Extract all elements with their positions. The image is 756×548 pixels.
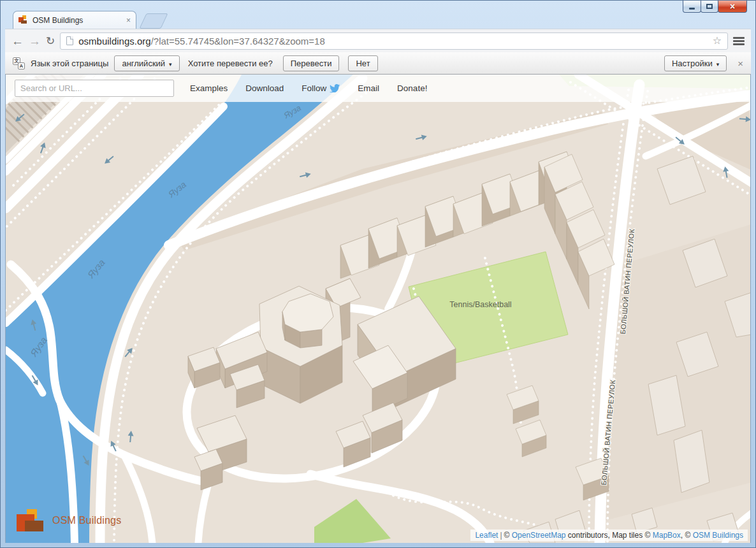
chevron-down-icon: ▾ <box>169 61 172 68</box>
address-bar[interactable]: osmbuildings.org/?lat=55.74745&lon=37.64… <box>60 32 728 50</box>
osm-buildings-link[interactable]: OSM Buildings <box>693 531 743 540</box>
twitter-icon <box>330 84 340 92</box>
osm-buildings-logo[interactable]: OSM Buildings <box>17 509 121 532</box>
maximize-icon <box>706 4 713 9</box>
close-button[interactable]: × <box>718 1 747 13</box>
new-tab-button[interactable] <box>139 13 168 29</box>
close-icon: × <box>730 2 735 11</box>
tab-title: OSM Buildings <box>33 16 122 25</box>
browser-tab[interactable]: OSM Buildings × <box>13 11 136 29</box>
url-domain: osmbuildings.org <box>78 36 150 47</box>
logo-text: OSM Buildings <box>52 515 121 526</box>
map-attribution: Leaflet|© OpenStreetMap contributors, Ma… <box>470 530 748 541</box>
page-content: БОЛЬШОЙ ВАТИН ПЕРЕУЛОК БОЛЬШОЙ ВАТИН ПЕР… <box>5 75 751 543</box>
language-dropdown[interactable]: английский▾ <box>114 55 179 71</box>
mapbox-link[interactable]: MapBox <box>653 531 681 540</box>
link-download[interactable]: Download <box>245 83 284 93</box>
url-path: /?lat=55.74745&lon=37.64327&zoom=18 <box>151 36 325 47</box>
browser-toolbar: ← → ↻ osmbuildings.org/?lat=55.74745&lon… <box>5 29 751 52</box>
minimize-icon <box>689 8 695 10</box>
site-navbar: Examples Download Follow Email Donate! <box>6 75 750 102</box>
minimize-button[interactable] <box>683 1 701 13</box>
site-links: Examples Download Follow Email Donate! <box>190 75 427 102</box>
browser-window: OSM Buildings × × ← → ↻ osmbuildings.org… <box>0 0 756 548</box>
tab-favicon-icon <box>18 15 29 25</box>
leaflet-link[interactable]: Leaflet <box>475 531 498 540</box>
page-icon <box>66 36 73 45</box>
link-follow[interactable]: Follow <box>302 83 340 93</box>
link-email[interactable]: Email <box>358 83 379 93</box>
decline-button[interactable]: Нет <box>348 55 377 71</box>
logo-mark-icon <box>17 509 45 532</box>
titlebar: OSM Buildings × × <box>5 1 751 29</box>
forward-button[interactable]: → <box>29 35 41 47</box>
translate-button[interactable]: Перевести <box>283 55 340 71</box>
settings-button[interactable]: Настройки▾ <box>664 55 727 71</box>
map-canvas[interactable]: БОЛЬШОЙ ВАТИН ПЕРЕУЛОК БОЛЬШОЙ ВАТИН ПЕР… <box>6 75 751 543</box>
translate-question: Хотите перевести ее? <box>188 59 273 68</box>
court-label: Tennis/Basketball <box>449 300 511 309</box>
link-examples[interactable]: Examples <box>190 83 228 93</box>
back-button[interactable]: ← <box>11 35 24 47</box>
openstreetmap-link[interactable]: OpenStreetMap <box>512 531 566 540</box>
infobar-close-icon[interactable]: × <box>738 59 743 68</box>
search-input[interactable] <box>15 80 174 97</box>
translate-icon: 文 A <box>13 57 25 69</box>
menu-icon[interactable] <box>733 37 745 45</box>
reload-button[interactable]: ↻ <box>46 36 55 47</box>
chevron-down-icon: ▾ <box>716 61 720 68</box>
page-language-label: Язык этой страницы <box>31 59 108 68</box>
bookmark-star-icon[interactable]: ☆ <box>713 36 722 46</box>
url-text[interactable]: osmbuildings.org/?lat=55.74745&lon=37.64… <box>78 36 707 47</box>
maximize-button[interactable] <box>701 1 718 13</box>
window-controls: × <box>683 1 747 13</box>
tab-close-icon[interactable]: × <box>126 17 131 24</box>
link-donate[interactable]: Donate! <box>397 83 427 93</box>
translate-bar: 文 A Язык этой страницы английский▾ Хотит… <box>5 52 751 75</box>
